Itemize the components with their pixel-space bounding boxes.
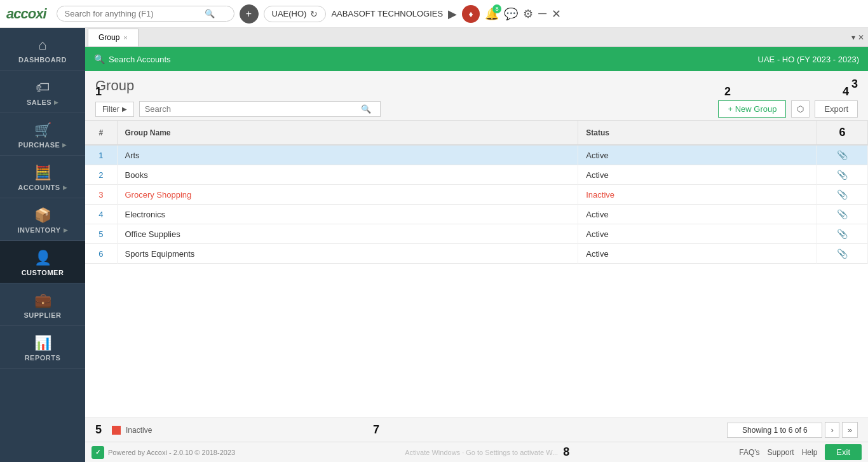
exit-button[interactable]: Exit	[825, 444, 862, 460]
purchase-icon: 🛒	[34, 122, 51, 139]
sidebar-item-purchase[interactable]: 🛒 PURCHASE ▶	[0, 113, 85, 156]
green-header: 🔍 Search Accounts UAE - HO (FY 2023 - 20…	[85, 47, 868, 71]
new-group-button[interactable]: + New Group	[718, 100, 786, 118]
search-accounts-btn[interactable]: 🔍 Search Accounts	[94, 54, 171, 64]
settings-icon[interactable]: ⚙	[523, 7, 533, 21]
col-status: Status	[578, 121, 817, 145]
groups-table: # Group Name Status 6 1ArtsActive📎2Books…	[85, 121, 868, 264]
tab-close-button[interactable]: ×	[123, 34, 127, 41]
sidebar-label-inventory: INVENTORY	[17, 226, 60, 234]
sales-icon: 🏷	[36, 79, 50, 96]
search-submit-icon[interactable]: 🔍	[361, 104, 371, 114]
filter-button[interactable]: Filter ▶	[95, 102, 134, 117]
support-link[interactable]: Support	[768, 448, 794, 457]
table-row[interactable]: 3Grocery ShoppingInactive📎	[85, 185, 868, 205]
table-row[interactable]: 5Office SuppliesActive📎	[85, 224, 868, 244]
sidebar-item-sales[interactable]: 🏷 SALES ▶	[0, 71, 85, 113]
sidebar-item-accounts[interactable]: 🧮 ACCOUNTS ▶	[0, 156, 85, 198]
row-status: Active	[578, 224, 817, 244]
global-search-bar[interactable]: 🔍	[57, 6, 234, 22]
sidebar-item-supplier[interactable]: 💼 SUPPLIER	[0, 283, 85, 326]
search-icon: 🔍	[205, 9, 215, 18]
group-tab[interactable]: Group ×	[88, 29, 139, 46]
refresh-icon: ↻	[310, 9, 318, 19]
tab-pin-button[interactable]: ▾	[851, 33, 855, 42]
row-group-name: Electronics	[117, 205, 578, 224]
faqs-link[interactable]: FAQ's	[739, 448, 759, 457]
row-number: 6	[85, 244, 117, 264]
tab-bar: Group × ▾ ✕	[85, 28, 868, 47]
open-button[interactable]: ⬡	[791, 100, 810, 118]
row-group-name: Books	[117, 165, 578, 185]
bottom-links: FAQ's Support Help	[739, 448, 817, 457]
topbar-right: AABASOFT TECHNOLOGIES ▶ ♦ 🔔 8 💬 ⚙ ─ ✕	[331, 5, 561, 23]
topbar: accoxi 🔍 + UAE(HO) ↻ AABASOFT TECHNOLOGI…	[0, 0, 868, 28]
row-status: Inactive	[578, 185, 817, 205]
sidebar-item-inventory[interactable]: 📦 INVENTORY ▶	[0, 198, 85, 241]
row-attach[interactable]: 📎	[817, 244, 868, 264]
row-status: Active	[578, 244, 817, 264]
close-topbar-icon[interactable]: ✕	[552, 7, 561, 21]
search-accounts-icon: 🔍	[94, 54, 105, 64]
inactive-legend-box	[112, 426, 121, 435]
row-attach[interactable]: 📎	[817, 145, 868, 165]
row-number: 1	[85, 145, 117, 165]
row-number: 2	[85, 165, 117, 185]
filter-arrow-icon: ▶	[122, 105, 127, 112]
minimize-icon[interactable]: ─	[538, 7, 546, 20]
table-row[interactable]: 2BooksActive📎	[85, 165, 868, 185]
message-icon[interactable]: 💬	[504, 7, 518, 21]
annotation-3: 3	[851, 78, 858, 91]
filter-label: Filter	[102, 105, 119, 114]
row-group-name: Sports Equipments	[117, 244, 578, 264]
row-attach[interactable]: 📎	[817, 165, 868, 185]
col-actions: 6	[817, 121, 868, 145]
footer-legend: 5 Inactive 7 Showing 1 to 6 of 6 › »	[85, 418, 868, 442]
table-row[interactable]: 4ElectronicsActive📎	[85, 205, 868, 224]
sidebar-item-reports[interactable]: 📊 REPORTS	[0, 326, 85, 369]
row-status: Active	[578, 205, 817, 224]
customer-icon: 👤	[34, 250, 51, 266]
row-status: Active	[578, 165, 817, 185]
global-search-input[interactable]	[65, 9, 205, 18]
attach-icon: 📎	[837, 170, 848, 180]
accounts-icon: 🧮	[34, 165, 51, 181]
row-attach[interactable]: 📎	[817, 185, 868, 205]
search-input[interactable]	[145, 104, 361, 114]
inventory-icon: 📦	[34, 207, 51, 224]
user-avatar[interactable]: ♦	[462, 5, 480, 23]
table-row[interactable]: 6Sports EquipmentsActive📎	[85, 244, 868, 264]
row-group-name: Office Supplies	[117, 224, 578, 244]
inactive-legend-label: Inactive	[126, 426, 152, 435]
row-attach[interactable]: 📎	[817, 224, 868, 244]
toolbar: 1 Filter ▶ 🔍 2 + New Group ⬡ Export 4	[95, 100, 858, 118]
help-link[interactable]: Help	[802, 448, 818, 457]
pagination-last-button[interactable]: »	[842, 422, 858, 438]
company-selector[interactable]: UAE(HO) ↻	[264, 6, 327, 22]
powered-logo: ✓	[92, 446, 104, 459]
annotation-1: 1	[95, 85, 102, 99]
sidebar-label-dashboard: DASHBOARD	[18, 56, 67, 64]
pagination-next-button[interactable]: ›	[825, 422, 839, 438]
table-row[interactable]: 1ArtsActive📎	[85, 145, 868, 165]
dashboard-icon: ⌂	[38, 37, 46, 53]
bottom-bar: ✓ Powered by Accoxi - 2.0.10 © 2018-2023…	[85, 442, 868, 462]
sidebar-item-customer[interactable]: 👤 CUSTOMER	[0, 241, 85, 283]
content-area: Group × ▾ ✕ 🔍 Search Accounts UAE - HO (…	[85, 28, 868, 462]
sidebar-label-sales: SALES	[27, 99, 51, 106]
search-accounts-label: Search Accounts	[109, 55, 171, 64]
supplier-icon: 💼	[34, 292, 51, 309]
search-input-container[interactable]: 🔍	[139, 101, 381, 117]
sidebar-item-dashboard[interactable]: ⌂ DASHBOARD	[0, 28, 85, 71]
sidebar-label-reports: REPORTS	[25, 354, 61, 362]
attach-icon: 📎	[837, 209, 848, 219]
org-name: AABASOFT TECHNOLOGIES	[331, 9, 443, 18]
sidebar-label-purchase: PURCHASE	[18, 141, 60, 149]
row-attach[interactable]: 📎	[817, 205, 868, 224]
annotation-5: 5	[95, 423, 102, 437]
annotation-7: 7	[373, 423, 379, 437]
tab-close-window-button[interactable]: ✕	[858, 33, 864, 42]
export-button[interactable]: Export	[815, 100, 858, 118]
add-button[interactable]: +	[240, 4, 259, 24]
annotation-8: 8	[563, 445, 569, 459]
